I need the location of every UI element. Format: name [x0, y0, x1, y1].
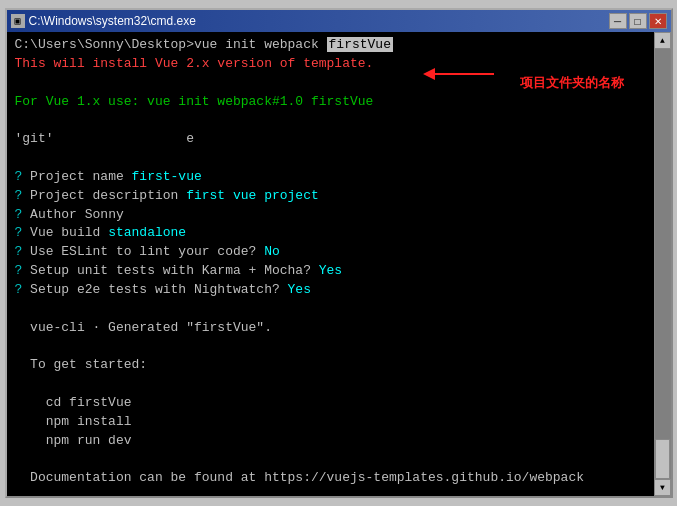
vue1x-line: For Vue 1.x use: vue init webpack#1.0 fi…	[15, 93, 646, 112]
q-name-value: first-vue	[132, 169, 202, 184]
q-project-desc: ? Project description first vue project	[15, 187, 646, 206]
q-eslint-value: No	[264, 244, 280, 259]
get-started-line: To get started:	[15, 356, 646, 375]
titlebar: ▣ C:\Windows\system32\cmd.exe ─ □ ✕	[7, 10, 671, 32]
window-controls: ─ □ ✕	[609, 13, 667, 29]
q-project-name: ? Project name first-vue	[15, 168, 646, 187]
q-unit: ? Setup unit tests with Karma + Mocha? Y…	[15, 262, 646, 281]
q-build-value: standalone	[108, 225, 186, 240]
cmd-input-line: C:\Users\Sonny\Desktop>vue init webpack …	[15, 36, 646, 55]
titlebar-left: ▣ C:\Windows\system32\cmd.exe	[11, 14, 196, 28]
q-name-label: Project name	[22, 169, 131, 184]
blank-line-7	[15, 451, 646, 470]
cmd-icon: ▣	[11, 14, 25, 28]
scroll-thumb[interactable]	[655, 439, 670, 479]
maximize-button[interactable]: □	[629, 13, 647, 29]
blank-line-2	[15, 111, 646, 130]
q-author-label: Author	[22, 207, 84, 222]
annotation-label: 项目文件夹的名称	[520, 74, 624, 93]
q-e2e-label: Setup e2e tests with Nightwatch?	[22, 282, 287, 297]
q-desc-value: first vue project	[186, 188, 319, 203]
cd-line: cd firstVue	[15, 394, 646, 413]
blank-line-6	[15, 375, 646, 394]
minimize-button[interactable]: ─	[609, 13, 627, 29]
q-author-value: Sonny	[85, 207, 124, 222]
git-line: 'git' e	[15, 130, 646, 149]
q-e2e-value: Yes	[288, 282, 311, 297]
scroll-down-button[interactable]: ▼	[654, 479, 671, 496]
blank-line-8	[15, 488, 646, 496]
cmd-window: ▣ C:\Windows\system32\cmd.exe ─ □ ✕ C:\U…	[5, 8, 673, 498]
content-area: C:\Users\Sonny\Desktop>vue init webpack …	[7, 32, 671, 496]
blank-line-4	[15, 300, 646, 319]
npm-run-line: npm run dev	[15, 432, 646, 451]
blank-line-5	[15, 338, 646, 357]
q-desc-label: Project description	[22, 188, 186, 203]
q-unit-label: Setup unit tests with Karma + Mocha?	[22, 263, 318, 278]
scroll-track[interactable]	[655, 49, 671, 479]
q-eslint: ? Use ESLint to lint your code? No	[15, 243, 646, 262]
blank-line-3	[15, 149, 646, 168]
q-unit-value: Yes	[319, 263, 342, 278]
warning-line: This will install Vue 2.x version of tem…	[15, 55, 646, 74]
q-build: ? Vue build standalone	[15, 224, 646, 243]
close-button[interactable]: ✕	[649, 13, 667, 29]
scroll-up-button[interactable]: ▲	[654, 32, 671, 49]
project-name-highlight: firstVue	[327, 37, 393, 52]
q-eslint-label: Use ESLint to lint your code?	[22, 244, 264, 259]
docs-line: Documentation can be found at https://vu…	[15, 469, 646, 488]
q-e2e: ? Setup e2e tests with Nightwatch? Yes	[15, 281, 646, 300]
terminal-output[interactable]: C:\Users\Sonny\Desktop>vue init webpack …	[7, 32, 654, 496]
annotation-arrow	[419, 64, 499, 94]
window-title: C:\Windows\system32\cmd.exe	[29, 14, 196, 28]
npm-install-line: npm install	[15, 413, 646, 432]
q-author: ? Author Sonny	[15, 206, 646, 225]
scrollbar[interactable]: ▲ ▼	[654, 32, 671, 496]
q-build-label: Vue build	[22, 225, 108, 240]
generated-line: vue-cli · Generated "firstVue".	[15, 319, 646, 338]
